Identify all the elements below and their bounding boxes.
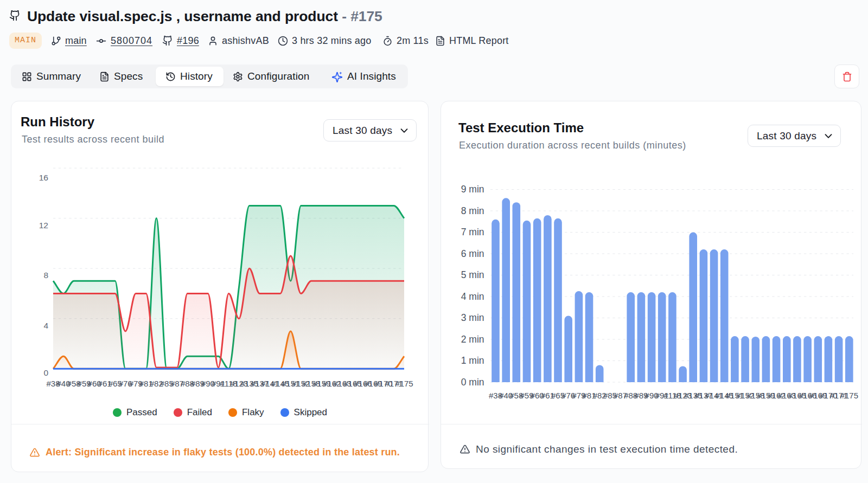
svg-text:7 min: 7 min (461, 227, 484, 237)
svg-text:4: 4 (43, 321, 48, 330)
svg-text:8: 8 (43, 271, 48, 280)
svg-text:#175: #175 (395, 379, 413, 388)
svg-text:4 min: 4 min (461, 291, 484, 302)
svg-text:0: 0 (43, 368, 48, 377)
svg-text:8 min: 8 min (461, 205, 484, 216)
svg-text:6 min: 6 min (461, 248, 484, 259)
svg-text:2 min: 2 min (461, 334, 484, 345)
svg-text:0 min: 0 min (461, 377, 484, 388)
svg-text:3 min: 3 min (461, 312, 484, 323)
svg-text:16: 16 (39, 173, 48, 182)
svg-text:12: 12 (39, 221, 48, 230)
svg-text:1 min: 1 min (461, 355, 484, 366)
svg-text:#175: #175 (840, 391, 858, 400)
svg-text:9 min: 9 min (461, 184, 484, 195)
svg-text:5 min: 5 min (461, 269, 484, 280)
